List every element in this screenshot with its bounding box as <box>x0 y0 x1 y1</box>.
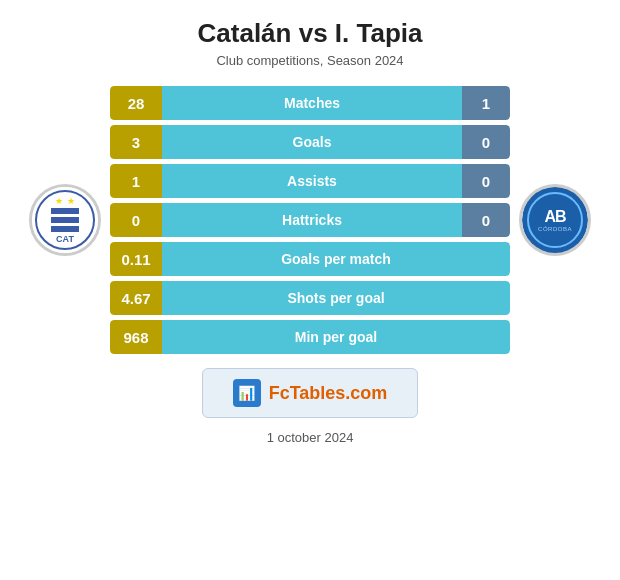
stat-left-min-per-goal: 968 <box>110 320 162 354</box>
belgrano-sub: CÓRDOBA <box>538 226 572 232</box>
stat-left-goals-per-match: 0.11 <box>110 242 162 276</box>
page-title: Catalán vs I. Tapia <box>198 18 423 49</box>
stripe-3 <box>51 226 79 232</box>
stat-left-goals: 3 <box>110 125 162 159</box>
belgrano-logo: AB CÓRDOBA <box>522 186 588 254</box>
left-logo-circle: ★ ★ CAT <box>29 184 101 256</box>
stat-label-min-per-goal: Min per goal <box>162 320 510 354</box>
stat-left-hattricks: 0 <box>110 203 162 237</box>
stat-row-matches: 28 Matches 1 <box>110 86 510 120</box>
cat-stripes <box>51 208 79 232</box>
fctables-prefix: Fc <box>269 383 290 403</box>
stat-label-hattricks: Hattricks <box>162 203 462 237</box>
stat-row-goals: 3 Goals 0 <box>110 125 510 159</box>
stat-left-shots-per-goal: 4.67 <box>110 281 162 315</box>
fctables-icon: 📊 <box>233 379 261 407</box>
stat-label-matches: Matches <box>162 86 462 120</box>
star-2: ★ <box>67 196 75 206</box>
fctables-suffix: Tables.com <box>290 383 388 403</box>
footer-date: 1 october 2024 <box>267 430 354 445</box>
stat-right-goals: 0 <box>462 125 510 159</box>
left-team-logo: ★ ★ CAT <box>20 184 110 256</box>
stat-row-hattricks: 0 Hattricks 0 <box>110 203 510 237</box>
stat-right-assists: 0 <box>462 164 510 198</box>
stat-left-matches: 28 <box>110 86 162 120</box>
stat-row-shots-per-goal: 4.67 Shots per goal <box>110 281 510 315</box>
stat-row-assists: 1 Assists 0 <box>110 164 510 198</box>
right-logo-circle: AB CÓRDOBA <box>519 184 591 256</box>
cat-stars: ★ ★ <box>55 196 75 206</box>
belgrano-inner: AB CÓRDOBA <box>527 192 583 248</box>
cat-text: CAT <box>56 234 74 244</box>
stat-row-goals-per-match: 0.11 Goals per match <box>110 242 510 276</box>
page: Catalán vs I. Tapia Club competitions, S… <box>0 0 620 580</box>
cat-logo: ★ ★ CAT <box>32 186 98 254</box>
page-subtitle: Club competitions, Season 2024 <box>216 53 403 68</box>
right-team-logo: AB CÓRDOBA <box>510 184 600 256</box>
stat-row-min-per-goal: 968 Min per goal <box>110 320 510 354</box>
star-1: ★ <box>55 196 63 206</box>
stat-right-matches: 1 <box>462 86 510 120</box>
stat-label-goals-per-match: Goals per match <box>162 242 510 276</box>
fctables-banner: 📊 FcTables.com <box>202 368 419 418</box>
stat-label-shots-per-goal: Shots per goal <box>162 281 510 315</box>
stats-area: 28 Matches 1 3 Goals 0 1 Assists 0 0 Hat… <box>110 86 510 354</box>
stat-label-assists: Assists <box>162 164 462 198</box>
stat-left-assists: 1 <box>110 164 162 198</box>
stripe-1 <box>51 208 79 214</box>
stat-right-hattricks: 0 <box>462 203 510 237</box>
stat-label-goals: Goals <box>162 125 462 159</box>
belgrano-initials: AB <box>544 208 565 226</box>
main-content: ★ ★ CAT 28 Matches <box>20 86 600 354</box>
stripe-2 <box>51 217 79 223</box>
fctables-text: FcTables.com <box>269 383 388 404</box>
